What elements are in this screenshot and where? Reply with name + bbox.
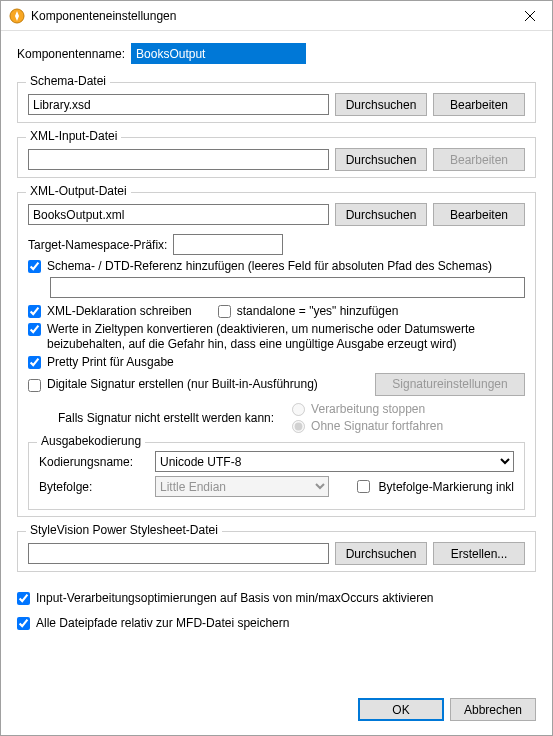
app-icon: [9, 8, 25, 24]
cancel-button[interactable]: Abbrechen: [450, 698, 536, 721]
schema-edit-button[interactable]: Bearbeiten: [433, 93, 525, 116]
encoding-name-select[interactable]: Unicode UTF-8: [155, 451, 514, 472]
relative-paths-checkbox[interactable]: [17, 617, 30, 630]
sig-stop-label: Verarbeitung stoppen: [311, 402, 425, 416]
sig-stop-radio: [292, 403, 305, 416]
window-title: Komponenteneinstellungen: [31, 9, 507, 23]
schema-file-input[interactable]: [28, 94, 329, 115]
bom-label: Bytefolge-Markierung inkl: [379, 480, 514, 494]
standalone-label: standalone = "yes" hinzufügen: [237, 304, 399, 319]
digital-sig-checkbox[interactable]: [28, 379, 41, 392]
footer: OK Abbrechen: [1, 688, 552, 735]
sig-settings-button: Signatureinstellungen: [375, 373, 525, 396]
xml-output-edit-button[interactable]: Bearbeiten: [433, 203, 525, 226]
optimize-label: Input-Verarbeitungsoptimierungen auf Bas…: [36, 591, 434, 606]
xml-output-legend: XML-Output-Datei: [26, 184, 131, 198]
target-ns-label: Target-Namespace-Präfix:: [28, 238, 167, 252]
xml-input-file-input[interactable]: [28, 149, 329, 170]
stylevision-legend: StyleVision Power Stylesheet-Datei: [26, 523, 222, 537]
stylevision-file-input[interactable]: [28, 543, 329, 564]
titlebar: Komponenteneinstellungen: [1, 1, 552, 31]
stylevision-group: StyleVision Power Stylesheet-Datei Durch…: [17, 531, 536, 572]
standalone-checkbox[interactable]: [218, 305, 231, 318]
encoding-group: Ausgabekodierung Kodierungsname: Unicode…: [28, 442, 525, 510]
pretty-print-checkbox[interactable]: [28, 356, 41, 369]
relative-paths-label: Alle Dateipfade relativ zur MFD-Datei sp…: [36, 616, 289, 631]
target-ns-input[interactable]: [173, 234, 283, 255]
sig-continue-radio: [292, 420, 305, 433]
digital-sig-label: Digitale Signatur erstellen (nur Built-i…: [47, 377, 369, 392]
add-schema-ref-checkbox[interactable]: [28, 260, 41, 273]
schema-browse-button[interactable]: Durchsuchen: [335, 93, 427, 116]
sig-continue-label: Ohne Signatur fortfahren: [311, 419, 443, 433]
write-xml-decl-checkbox[interactable]: [28, 305, 41, 318]
stylevision-create-button[interactable]: Erstellen...: [433, 542, 525, 565]
byte-order-select: Little Endian: [155, 476, 329, 497]
encoding-name-label: Kodierungsname:: [39, 455, 149, 469]
xml-input-legend: XML-Input-Datei: [26, 129, 121, 143]
schema-ref-path-input[interactable]: [50, 277, 525, 298]
xml-output-browse-button[interactable]: Durchsuchen: [335, 203, 427, 226]
xml-output-file-input[interactable]: [28, 204, 329, 225]
schema-file-legend: Schema-Datei: [26, 74, 110, 88]
write-xml-decl-label: XML-Deklaration schreiben: [47, 304, 192, 319]
xml-input-group: XML-Input-Datei Durchsuchen Bearbeiten: [17, 137, 536, 178]
byte-order-label: Bytefolge:: [39, 480, 149, 494]
xml-input-edit-button: Bearbeiten: [433, 148, 525, 171]
component-name-input[interactable]: [131, 43, 306, 64]
sig-fallback-label: Falls Signatur nicht erstellt werden kan…: [58, 411, 274, 425]
encoding-legend: Ausgabekodierung: [37, 434, 145, 448]
xml-input-browse-button[interactable]: Durchsuchen: [335, 148, 427, 171]
xml-output-group: XML-Output-Datei Durchsuchen Bearbeiten …: [17, 192, 536, 517]
component-name-label: Komponentenname:: [17, 47, 125, 61]
optimize-checkbox[interactable]: [17, 592, 30, 605]
bom-checkbox[interactable]: [357, 480, 370, 493]
close-button[interactable]: [507, 1, 552, 31]
schema-file-group: Schema-Datei Durchsuchen Bearbeiten: [17, 82, 536, 123]
convert-values-checkbox[interactable]: [28, 323, 41, 336]
stylevision-browse-button[interactable]: Durchsuchen: [335, 542, 427, 565]
ok-button[interactable]: OK: [358, 698, 444, 721]
add-schema-ref-label: Schema- / DTD-Referenz hinzufügen (leere…: [47, 259, 492, 274]
content-area: Komponentenname: Schema-Datei Durchsuche…: [1, 31, 552, 688]
convert-values-label: Werte in Zieltypen konvertieren (deaktiv…: [47, 322, 525, 352]
dialog-window: Komponenteneinstellungen Komponentenname…: [0, 0, 553, 736]
pretty-print-label: Pretty Print für Ausgabe: [47, 355, 174, 370]
